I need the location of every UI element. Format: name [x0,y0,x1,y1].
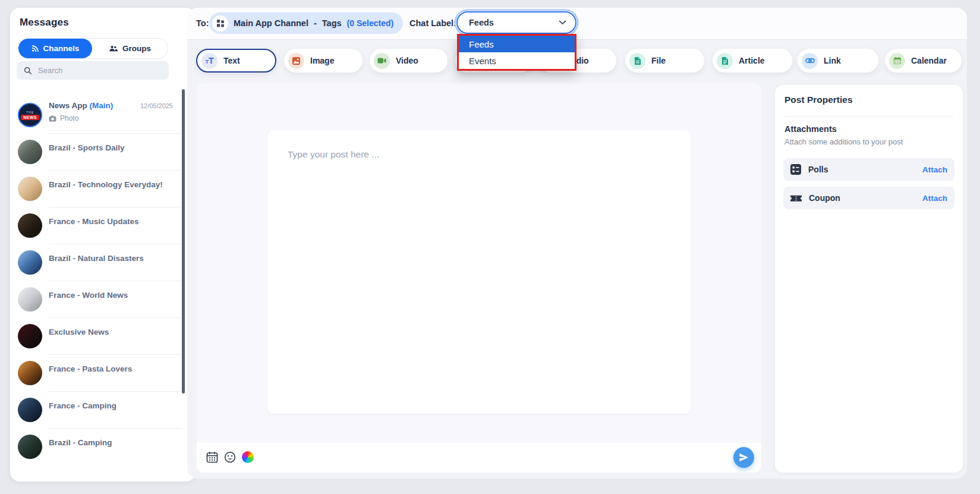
tab-label: Link [824,56,841,65]
avatar: THE NEWS [18,103,42,127]
attachment-label: Coupon [809,193,916,203]
calendar-icon [889,53,905,69]
recipient-pill[interactable]: Main App Channel - Tags (0 Selected) [209,12,403,34]
channel-name: News App (Main) [49,101,113,110]
tab-calendar[interactable]: Calendar [885,49,962,73]
separator: - [314,18,317,28]
chat-label-label: Chat Label: [409,18,456,28]
avatar [18,250,42,275]
tab-groups[interactable]: Groups [92,39,168,58]
send-icon [739,453,749,462]
channel-name: France - Pasta Lovers [49,364,132,373]
composer-header: To: Main App Channel - Tags (0 Selected)… [187,8,967,40]
attachment-row-polls: Polls Attach [783,158,954,181]
tab-label: Article [739,56,765,65]
tab-label: File [651,56,666,65]
tab-label: Calendar [911,56,947,65]
rss-icon [31,45,39,52]
tab-video[interactable]: Video [370,49,448,73]
main-badge: (Main) [90,101,114,110]
sidebar: Messages Channels Groups Search THE NEWS… [10,8,196,482]
avatar [18,140,42,164]
sidebar-title: Messages [20,17,69,29]
post-text-input[interactable]: Type your post here ... [267,130,691,414]
channel-name: France - Music Updates [49,217,139,226]
chat-label-select[interactable]: Feeds [456,11,576,34]
to-label: To: [196,18,209,28]
sidebar-scrollbar[interactable] [182,89,185,394]
tab-label: Image [310,56,334,65]
dropdown-option-feeds[interactable]: Feeds [459,36,575,52]
composer-area: Type your post here ... [197,83,761,473]
last-message: Photo [49,114,78,122]
channel-name: Exclusive News [49,328,109,336]
search-input[interactable]: Search [17,61,169,80]
channel-name: Brazil - Sports Daily [49,143,125,152]
search-placeholder: Search [38,66,62,75]
channel-name: Brazil - Technology Everyday! [49,180,163,189]
panel-title: Post Properties [784,95,853,105]
channel-name: France - World News [49,291,128,300]
list-item[interactable]: France - Camping [10,392,188,429]
tab-groups-label: Groups [122,44,151,53]
send-button[interactable] [733,447,754,468]
list-item[interactable]: Exclusive News [10,318,188,355]
avatar-text: THE [26,111,34,114]
recipient-name: Main App Channel [234,18,308,28]
video-icon [374,53,390,69]
list-item[interactable]: Brazil - Camping [10,429,188,465]
image-icon [288,53,304,69]
avatar [18,213,42,238]
post-properties-panel: Post Properties Attachments Attach some … [775,85,963,473]
tab-label: Video [396,56,418,65]
post-placeholder: Type your post here ... [288,149,379,160]
tab-link[interactable]: Link [798,49,878,73]
tab-text[interactable]: TT Text [196,49,276,73]
main-panel: To: Main App Channel - Tags (0 Selected)… [187,8,967,479]
tags-label: Tags [322,18,342,28]
tab-file[interactable]: File [625,49,704,73]
article-icon [717,53,733,69]
chat-label-dropdown: Feeds Events [457,34,576,71]
avatar [18,324,42,348]
list-item[interactable]: Brazil - Sports Daily [10,134,188,171]
schedule-calendar-icon[interactable] [206,451,219,464]
tab-label: Text [223,56,240,65]
list-item[interactable]: France - Music Updates [10,207,188,244]
channels-groups-toggle: Channels Groups [18,38,168,59]
avatar [18,435,42,459]
attach-polls-button[interactable]: Attach [922,165,947,174]
channel-date: 12/05/2025 [140,102,173,109]
app-window: Messages Channels Groups Search THE NEWS… [0,0,980,494]
avatar-text: NEWS [21,115,39,120]
attach-coupon-button[interactable]: Attach [922,194,947,203]
avatar [18,398,42,422]
tab-article[interactable]: Article [713,49,792,73]
list-item[interactable]: Brazil - Technology Everyday! [10,171,188,207]
emoji-icon[interactable] [224,451,237,464]
grid-icon-wrap [212,15,228,32]
divider [784,116,953,117]
channel-name: Brazil - Camping [49,438,112,447]
link-icon [802,53,818,69]
list-item-news-app[interactable]: THE NEWS News App (Main) 12/05/2025 Phot… [10,97,188,134]
list-item[interactable]: Brazil - Natural Disasters [10,244,188,281]
coupon-icon [790,193,802,203]
tab-image[interactable]: Image [284,49,363,73]
people-icon [109,45,118,52]
attachment-row-coupon: Coupon Attach [783,187,954,209]
avatar [18,287,42,311]
avatar [18,361,42,385]
channel-name: Brazil - Natural Disasters [49,254,144,263]
list-item[interactable]: France - World News [10,281,188,318]
composer-toolbar [197,443,761,473]
camera-icon [49,115,56,122]
tags-count: (0 Selected) [347,18,394,28]
list-item[interactable]: France - Pasta Lovers [10,355,188,392]
attachments-subtitle: Attach some additions to your post [784,137,903,146]
dropdown-option-events[interactable]: Events [459,52,575,69]
attachment-label: Polls [808,165,916,174]
poll-icon [790,163,802,175]
tab-channels[interactable]: Channels [18,39,92,58]
color-wheel-icon[interactable] [242,451,254,464]
